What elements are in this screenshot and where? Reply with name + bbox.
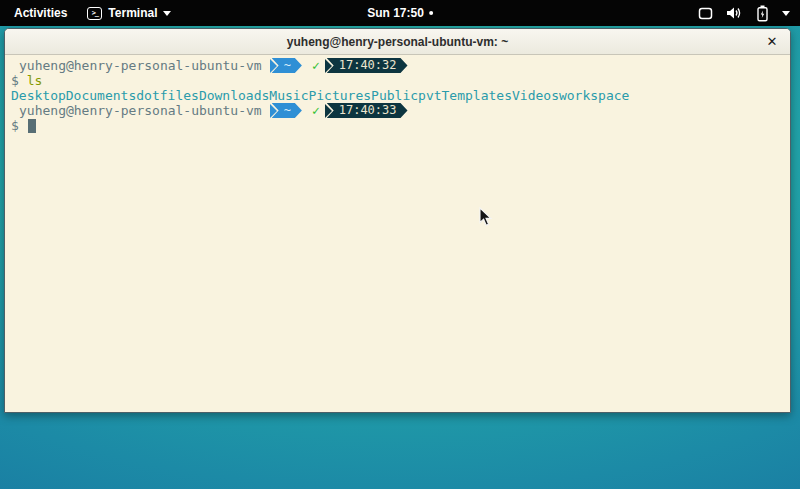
window-title: yuheng@henry-personal-ubuntu-vm: ~: [287, 35, 508, 49]
directory-entry: dotfiles: [136, 88, 199, 103]
prompt-cwd-segment: ~: [270, 58, 302, 73]
spacer: [19, 118, 27, 133]
directory-entry: Downloads: [199, 88, 269, 103]
prompt-line-2: yuheng@henry-personal-ubuntu-vm ~ ✓ 17:4…: [11, 103, 790, 118]
prompt-time: 17:40:33: [327, 103, 408, 118]
top-bar: Activities >_ Terminal Sun 17:50: [0, 0, 800, 26]
terminal-window: yuheng@henry-personal-ubuntu-vm: ~ ✕ yuh…: [4, 28, 791, 413]
terminal-icon: >_: [87, 7, 102, 20]
input-line: $: [11, 118, 790, 133]
status-area: [698, 5, 790, 22]
app-menu-terminal[interactable]: >_ Terminal: [87, 6, 171, 20]
spacer: [19, 73, 27, 88]
directory-entry: Videos: [512, 88, 559, 103]
clock-label: Sun 17:50: [367, 6, 424, 20]
prompt-time: 17:40:32: [327, 58, 408, 73]
volume-icon[interactable]: [726, 6, 743, 20]
clock-button[interactable]: Sun 17:50: [367, 6, 433, 20]
directory-entry: Templates: [442, 88, 512, 103]
display-icon[interactable]: [698, 7, 713, 20]
terminal-cursor: [28, 119, 36, 133]
checkmark-icon: ✓: [312, 58, 320, 73]
directory-entry: pvt: [418, 88, 441, 103]
battery-charging-icon[interactable]: [756, 5, 769, 22]
command-line: $ ls: [11, 73, 790, 88]
prompt-cwd-segment: ~: [270, 103, 302, 118]
directory-entry: Pictures: [308, 88, 371, 103]
directory-entry: Desktop: [11, 88, 66, 103]
directory-entry: Documents: [66, 88, 136, 103]
prompt-time-segment: 17:40:33: [325, 103, 408, 118]
directory-entry: Public: [371, 88, 418, 103]
directory-entry: Music: [269, 88, 308, 103]
prompt-line-1: yuheng@henry-personal-ubuntu-vm ~ ✓ 17:4…: [11, 58, 790, 73]
window-titlebar[interactable]: yuheng@henry-personal-ubuntu-vm: ~ ✕: [5, 29, 790, 55]
prompt-user-host: yuheng@henry-personal-ubuntu-vm: [19, 58, 262, 73]
prompt-symbol: $: [11, 118, 19, 133]
chevron-down-icon: [163, 11, 171, 16]
terminal-content[interactable]: yuheng@henry-personal-ubuntu-vm ~ ✓ 17:4…: [5, 55, 790, 412]
directory-entry: workspace: [559, 88, 629, 103]
close-icon[interactable]: ✕: [763, 33, 781, 51]
checkmark-icon: ✓: [312, 103, 320, 118]
activities-button[interactable]: Activities: [10, 4, 71, 22]
notification-dot-icon: [429, 11, 433, 15]
app-menu-label: Terminal: [108, 6, 157, 20]
ls-output-line: Desktop Documents dotfiles Downloads Mus…: [11, 88, 790, 103]
prompt-user-host: yuheng@henry-personal-ubuntu-vm: [19, 103, 262, 118]
prompt-time-segment: 17:40:32: [325, 58, 408, 73]
prompt-symbol: $: [11, 73, 19, 88]
chevron-down-icon[interactable]: [782, 11, 790, 16]
command-text: ls: [27, 73, 43, 88]
